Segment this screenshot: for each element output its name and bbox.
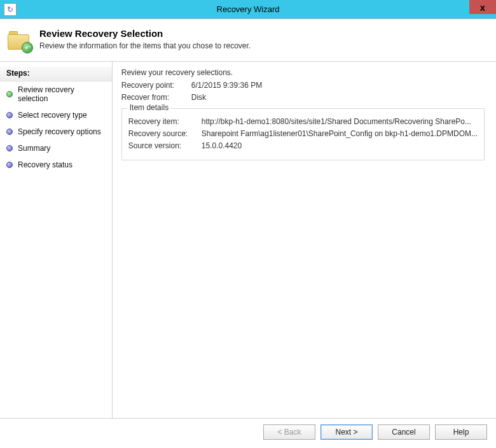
step-label: Recovery status	[18, 160, 72, 169]
source-version-row: Source version: 15.0.0.4420	[128, 141, 478, 150]
recovery-point-value: 6/1/2015 9:39:36 PM	[191, 81, 262, 90]
source-version-value: 15.0.0.4420	[202, 141, 478, 150]
recovery-point-label: Recovery point:	[121, 81, 191, 90]
close-button[interactable]: x	[469, 0, 496, 14]
page-title: Review Recovery Selection	[39, 28, 251, 39]
cancel-button[interactable]: Cancel	[378, 424, 430, 440]
step-label: Review recovery selection	[18, 85, 106, 103]
recovery-item-value: http://bkp-h1-demo1:8080/sites/site1/Sha…	[202, 117, 478, 126]
step-current-icon	[6, 91, 13, 97]
step-label: Summary	[18, 144, 50, 153]
back-button[interactable]: < Back	[263, 424, 315, 440]
step-pending-icon	[6, 162, 13, 168]
wizard-header-text: Review Recovery Selection Review the inf…	[39, 28, 251, 50]
intro-text: Review your recovery selections.	[121, 68, 485, 77]
recover-from-value: Disk	[191, 93, 206, 102]
step-recovery-status[interactable]: Recovery status	[0, 157, 112, 173]
next-button[interactable]: Next >	[320, 424, 373, 440]
recovery-source-row: Recovery source: Sharepoint Farm\ag1list…	[128, 129, 478, 138]
content-panel: Review your recovery selections. Recover…	[113, 62, 496, 418]
page-subtitle: Review the information for the items tha…	[39, 41, 251, 50]
step-label: Specify recovery options	[18, 127, 101, 136]
wizard-header: ↶ Review Recovery Selection Review the i…	[0, 19, 496, 62]
item-details-legend: Item details	[127, 103, 171, 112]
wizard-footer: < Back Next > Cancel Help	[0, 418, 496, 445]
recovery-point-row: Recovery point: 6/1/2015 9:39:36 PM	[121, 81, 485, 90]
step-summary[interactable]: Summary	[0, 140, 112, 157]
step-pending-icon	[6, 112, 13, 118]
step-select-recovery-type[interactable]: Select recovery type	[0, 107, 112, 123]
recover-from-label: Recover from:	[121, 93, 191, 102]
recovery-source-value: Sharepoint Farm\ag1listener01\SharePoint…	[202, 129, 478, 138]
steps-sidebar: Steps: Review recovery selection Select …	[0, 62, 113, 418]
titlebar: ↻ Recovery Wizard x	[0, 0, 496, 19]
recovery-item-label: Recovery item:	[128, 117, 202, 126]
close-icon: x	[480, 2, 485, 13]
help-button[interactable]: Help	[435, 424, 487, 440]
wizard-body: Steps: Review recovery selection Select …	[0, 62, 496, 418]
source-version-label: Source version:	[128, 141, 202, 150]
recovery-item-row: Recovery item: http://bkp-h1-demo1:8080/…	[128, 117, 478, 126]
item-details-group: Item details Recovery item: http://bkp-h…	[121, 108, 485, 160]
step-pending-icon	[6, 129, 13, 135]
step-label: Select recovery type	[18, 111, 87, 120]
recovery-source-label: Recovery source:	[128, 129, 202, 138]
window-title: Recovery Wizard	[0, 4, 496, 14]
step-specify-recovery-options[interactable]: Specify recovery options	[0, 123, 112, 140]
steps-heading: Steps:	[0, 67, 112, 81]
recovery-folder-icon: ↶	[8, 31, 32, 52]
recover-from-row: Recover from: Disk	[121, 93, 485, 102]
step-pending-icon	[6, 145, 13, 151]
step-review-recovery-selection[interactable]: Review recovery selection	[0, 81, 112, 107]
